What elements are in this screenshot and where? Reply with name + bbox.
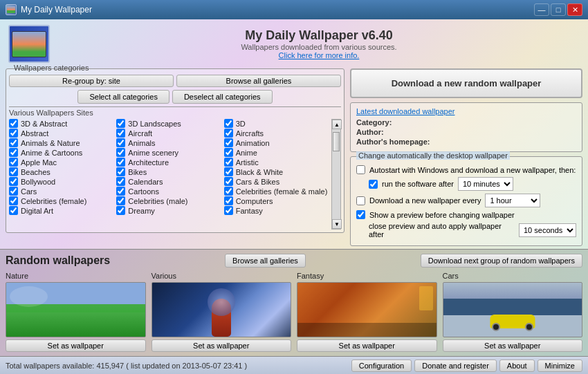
latest-section: Latest downloaded wallpaper Category: Au… [350,102,582,152]
scroll-thumb [333,132,340,151]
cat-3d-check[interactable] [224,119,233,128]
cat-beaches-check[interactable] [9,167,18,176]
maximize-button[interactable]: □ [551,3,566,16]
close-preview-row: close preview and auto apply wallpaper a… [369,222,576,239]
cat-cartoons-check[interactable] [116,187,125,196]
set-wallpaper-nature-button[interactable]: Set as wallpaper [6,339,146,352]
cat-architecture-check[interactable] [116,158,125,167]
cat-3d-abstract-check[interactable] [9,119,18,128]
categories-content: Re-group by: site Browse all galleries S… [9,75,341,230]
wallpaper-thumb-fantasy [297,282,437,337]
list-item: Cartoons [116,187,222,196]
cat-fantasy-check[interactable] [224,206,233,215]
configuration-button[interactable]: Configuration [351,359,412,372]
list-item: Anime scenery [116,148,222,157]
cat-bikes-check[interactable] [116,167,125,176]
auto-legend: Change automatically the desktop wallpap… [356,151,510,160]
minimize-button-status[interactable]: Minimize [538,359,582,372]
cat-apple-mac-check[interactable] [9,158,18,167]
cat-anime-scenery-check[interactable] [116,148,125,157]
download-every-checkbox[interactable] [356,196,365,205]
wallpaper-thumb-various [151,282,292,337]
about-button[interactable]: About [499,359,535,372]
download-every-select[interactable]: 1 hour 30 minutes 2 hours 4 hours [485,194,540,207]
donate-register-button[interactable]: Donate and register [414,359,497,372]
list-item: Digital Art [9,206,115,215]
browse-galleries-tab[interactable]: Browse all galleries [176,75,341,87]
random-title: Random wallpapers [6,254,110,267]
set-wallpaper-cars-button[interactable]: Set as wallpaper [443,339,583,352]
cat-celeb-female-check[interactable] [9,196,18,205]
cat-celeb-both-check[interactable] [224,187,233,196]
cat-animals-nature-check[interactable] [9,138,18,147]
categories-wrapper: 3D & Abstract Abstract Animals & Nature … [9,119,341,230]
cat-calendars-check[interactable] [116,177,125,186]
more-info-link[interactable]: Click here for more info. [58,51,580,59]
list-item: Bikes [116,167,222,176]
run-after-checkbox[interactable] [369,180,378,189]
auto-change-section: Change automatically the desktop wallpap… [350,156,582,246]
cat-cars-bikes-check[interactable] [224,177,233,186]
cat-bw-check[interactable] [224,167,233,176]
preview-checkbox[interactable] [356,210,365,219]
close-button[interactable]: ✕ [567,3,582,16]
cat-3d-landscapes-check[interactable] [116,119,125,128]
status-buttons: Configuration Donate and register About … [351,359,582,372]
autostart-label: Autostart with Windows and download a ne… [369,166,576,174]
scrollbar[interactable]: ▲ ▼ [331,119,341,230]
list-item: 3D Landscapes [116,119,222,128]
wallpaper-label-fantasy: Fantasy [297,272,437,280]
set-wallpaper-various-button[interactable]: Set as wallpaper [151,339,292,352]
cat-dreamy-check[interactable] [116,206,125,215]
cat-animation-check[interactable] [224,138,233,147]
list-item: Celebrities (male) [116,196,222,205]
cat-artistic-check[interactable] [224,158,233,167]
latest-title[interactable]: Latest downloaded wallpaper [356,107,576,115]
checkbox-columns: 3D & Abstract Abstract Animals & Nature … [9,119,330,215]
download-next-button[interactable]: Download next group of random wallpapers [421,254,582,268]
app-title: My Daily Wallpaper v6.40 [58,28,580,43]
cat-animals-check[interactable] [116,138,125,147]
cat-abstract-check[interactable] [9,129,18,138]
list-item: Abstract [9,129,115,138]
list-item: Black & White [224,167,330,176]
author-row: Author: [356,128,576,136]
cat-celeb-male-check[interactable] [116,196,125,205]
cat-aircraft-check[interactable] [116,129,125,138]
autostart-checkbox[interactable] [356,165,365,174]
select-all-button[interactable]: Select all categories [77,90,169,104]
cat-bollywood-check[interactable] [9,177,18,186]
preview-row: Show a preview before changing wallpaper [356,210,576,219]
deselect-all-button[interactable]: Deselect all categories [172,90,273,104]
status-text: Total wallpapers available: 415,947 ( li… [6,362,247,370]
scroll-down-arrow[interactable]: ▼ [332,219,342,229]
download-wallpaper-button[interactable]: Download a new random wallpaper [350,68,582,98]
close-preview-label: close preview and auto apply wallpaper a… [369,222,515,239]
list-item: Animals [116,138,222,147]
run-after-select[interactable]: 10 minutes 5 minutes 15 minutes 30 minut… [458,177,513,191]
cat-aircrafts-check[interactable] [224,129,233,138]
category-row: Category: [356,118,576,127]
set-wallpaper-fantasy-button[interactable]: Set as wallpaper [297,339,437,352]
list-item: Dreamy [116,206,222,215]
regroup-tab[interactable]: Re-group by: site [9,75,174,87]
cat-cars-check[interactable] [9,187,18,196]
list-item: Celebrities (female) [9,196,115,205]
scroll-up-arrow[interactable]: ▲ [332,120,342,129]
browse-galleries-button[interactable]: Browse all galleries [225,254,306,268]
list-item: Anime & Cartoons [9,148,115,157]
list-item: Cars [9,187,115,196]
list-item: Architecture [116,158,222,167]
list-item: Fantasy [224,206,330,215]
minimize-button[interactable]: — [534,3,549,16]
cat-anime-cartoons-check[interactable] [9,148,18,157]
window-title: My Daily Wallpaper [21,5,92,15]
title-bar-controls: — □ ✕ [534,3,582,16]
cat-anime-check[interactable] [224,148,233,157]
wallpaper-label-nature: Nature [6,272,146,280]
random-header: Random wallpapers Browse all galleries D… [6,254,582,268]
cat-computers-check[interactable] [224,196,233,205]
wallpaper-label-cars: Cars [443,272,583,280]
cat-digital-art-check[interactable] [9,206,18,215]
close-preview-select[interactable]: 10 seconds 5 seconds 15 seconds 30 secon… [519,223,576,237]
